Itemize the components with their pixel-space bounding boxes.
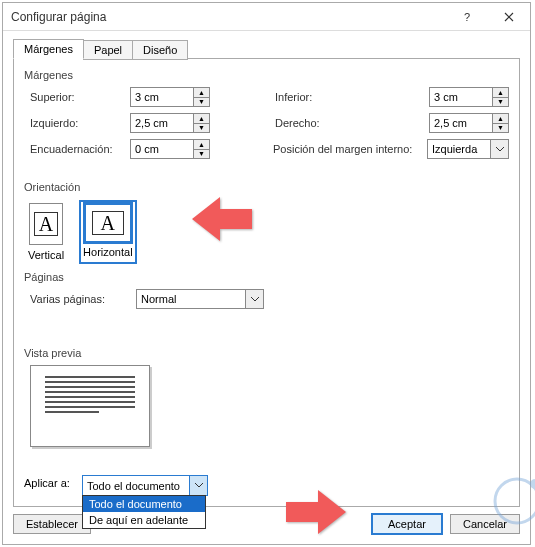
gutter-pos-select[interactable] — [427, 139, 509, 159]
orientation-horizontal[interactable]: A Horizontal — [82, 203, 134, 261]
orientation-horizontal-label: Horizontal — [83, 246, 133, 258]
apply-option-whole-doc[interactable]: Todo el documento — [83, 496, 205, 512]
right-margin-label: Derecho: — [269, 117, 429, 129]
bottom-margin-input[interactable] — [429, 87, 493, 107]
multi-pages-select[interactable] — [136, 289, 264, 309]
chevron-down-icon[interactable] — [189, 476, 207, 495]
preview-thumbnail — [30, 365, 150, 447]
spin-down-icon[interactable]: ▼ — [194, 98, 209, 107]
chevron-down-icon[interactable] — [491, 139, 509, 159]
tab-margins[interactable]: Márgenes — [13, 39, 84, 59]
apply-to-label: Aplicar a: — [24, 475, 82, 489]
pages-group-label: Páginas — [24, 271, 509, 283]
landscape-icon: A — [92, 211, 124, 235]
multi-pages-value[interactable] — [136, 289, 246, 309]
tab-panel: Márgenes Superior: ▲▼ Inferior: ▲▼ Izqui… — [13, 58, 520, 507]
preview-group-label: Vista previa — [24, 347, 509, 359]
close-button[interactable] — [488, 3, 530, 31]
orientation-group-label: Orientación — [24, 181, 509, 193]
svg-point-1 — [530, 479, 535, 489]
page-setup-dialog: Configurar página ? Márgenes Papel Diseñ… — [2, 2, 531, 545]
annotation-arrow-icon — [286, 490, 346, 534]
portrait-icon: A — [34, 212, 58, 236]
apply-to-value[interactable] — [83, 476, 189, 495]
top-margin-label: Superior: — [24, 91, 130, 103]
chevron-down-icon[interactable] — [246, 289, 264, 309]
apply-to-select[interactable]: Todo el documento De aquí en adelante — [82, 475, 208, 496]
set-default-button[interactable]: Establecer — [13, 514, 91, 534]
help-button[interactable]: ? — [446, 3, 488, 31]
left-margin-input[interactable] — [130, 113, 194, 133]
right-margin-spinner[interactable]: ▲▼ — [429, 113, 509, 133]
apply-option-forward[interactable]: De aquí en adelante — [83, 512, 205, 528]
top-margin-spinner[interactable]: ▲▼ — [130, 87, 210, 107]
left-margin-label: Izquierdo: — [24, 117, 130, 129]
multi-pages-label: Varias páginas: — [24, 293, 136, 305]
left-margin-spinner[interactable]: ▲▼ — [130, 113, 210, 133]
gutter-pos-label: Posición del margen interno: — [267, 143, 427, 155]
gutter-pos-value[interactable] — [427, 139, 491, 159]
dialog-title: Configurar página — [11, 10, 446, 24]
apply-to-dropdown-menu: Todo el documento De aquí en adelante — [82, 495, 206, 529]
spin-up-icon[interactable]: ▲ — [194, 88, 209, 98]
orientation-vertical[interactable]: A Vertical — [28, 203, 64, 261]
gutter-label: Encuadernación: — [24, 143, 130, 155]
bottom-margin-spinner[interactable]: ▲▼ — [429, 87, 509, 107]
close-icon — [504, 12, 514, 22]
svg-point-0 — [495, 479, 535, 523]
ok-button[interactable]: Aceptar — [372, 514, 442, 534]
watermark-icon — [487, 471, 535, 531]
gutter-spinner[interactable]: ▲▼ — [130, 139, 210, 159]
margins-group-label: Márgenes — [24, 69, 509, 81]
annotation-arrow-icon — [192, 197, 252, 241]
right-margin-input[interactable] — [429, 113, 493, 133]
tab-strip: Márgenes Papel Diseño — [3, 31, 530, 59]
title-bar: Configurar página ? — [3, 3, 530, 31]
bottom-margin-label: Inferior: — [269, 91, 429, 103]
orientation-vertical-label: Vertical — [28, 249, 64, 261]
gutter-input[interactable] — [130, 139, 194, 159]
tab-design[interactable]: Diseño — [132, 40, 188, 60]
top-margin-input[interactable] — [130, 87, 194, 107]
tab-paper[interactable]: Papel — [83, 40, 133, 60]
